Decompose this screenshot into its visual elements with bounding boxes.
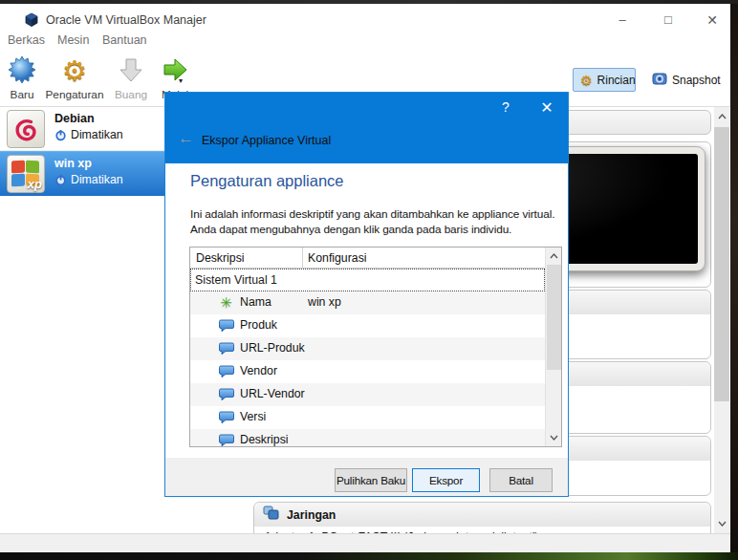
table-row[interactable]: Deskripsi bbox=[190, 429, 545, 447]
desktop-edge-right bbox=[730, 4, 738, 552]
column-header-deskripsi[interactable]: Deskripsi bbox=[196, 251, 245, 265]
maximize-icon[interactable]: □ bbox=[657, 12, 680, 27]
power-state-icon bbox=[54, 174, 67, 186]
dialog-close-icon[interactable]: ✕ bbox=[536, 98, 557, 117]
dialog-title: Ekspor Appliance Virtual bbox=[202, 134, 331, 147]
comment-bubble-icon bbox=[218, 340, 234, 356]
comment-bubble-icon bbox=[218, 363, 234, 379]
menu-bar: Berkas Mesin Bantuan bbox=[0, 29, 730, 53]
toolbar-discard-button: Buang bbox=[107, 55, 155, 101]
toolbar-discard-label: Buang bbox=[107, 88, 155, 101]
restore-defaults-button[interactable]: Pulihkan Baku bbox=[335, 468, 407, 492]
start-arrow-icon bbox=[153, 55, 197, 86]
dialog-footer: Pulihkan Baku Ekspor Batal bbox=[165, 458, 568, 496]
vm-status: Dimatikan bbox=[54, 128, 123, 141]
column-header-konfigurasi[interactable]: Konfigurasi bbox=[308, 251, 367, 265]
snapshot-label: Snapshot bbox=[672, 74, 721, 87]
table-row[interactable]: URL-Produk bbox=[190, 337, 545, 360]
network-panel-title[interactable]: Jaringan bbox=[287, 508, 336, 522]
scroll-up-icon[interactable] bbox=[714, 109, 729, 124]
table-scroll-up-icon[interactable] bbox=[546, 248, 562, 264]
minimize-icon[interactable]: – bbox=[611, 12, 634, 27]
network-icon bbox=[263, 506, 279, 524]
comment-bubble-icon bbox=[218, 432, 234, 447]
dialog-heading: Pengaturan appliance bbox=[190, 172, 344, 190]
menu-bantuan[interactable]: Bantuan bbox=[102, 33, 147, 47]
appliance-settings-table: Deskripsi Konfigurasi Sistem Virtual 1 ✳… bbox=[189, 247, 562, 447]
settings-gear-icon: ⚙ bbox=[44, 55, 105, 86]
table-header: Deskripsi Konfigurasi bbox=[190, 248, 545, 269]
table-row[interactable]: Produk bbox=[190, 314, 545, 337]
desktop-edge-bottom bbox=[0, 552, 738, 560]
vm-name: Debian bbox=[54, 112, 95, 125]
details-scrollbar[interactable] bbox=[714, 107, 729, 533]
start-dropdown-caret-icon[interactable]: ▾ bbox=[179, 76, 183, 85]
table-row[interactable]: URL-Vendor bbox=[190, 383, 545, 406]
details-label: Rincian bbox=[597, 74, 636, 87]
scroll-down-icon[interactable] bbox=[714, 516, 729, 531]
dialog-header: ← Ekspor Appliance Virtual ? ✕ bbox=[165, 93, 568, 163]
debian-logo-icon bbox=[7, 110, 45, 148]
snapshot-camera-icon bbox=[652, 73, 667, 88]
details-gear-icon: ⚙ bbox=[580, 73, 593, 88]
vm-status: Dimatikan bbox=[54, 173, 123, 186]
new-vm-starburst-icon bbox=[2, 55, 42, 86]
description-line-1: Ini adalah informasi deskriptif yang aka… bbox=[190, 206, 554, 222]
back-arrow-icon[interactable]: ← bbox=[178, 130, 194, 146]
export-button[interactable]: Ekspor bbox=[412, 468, 480, 492]
vm-name: win xp bbox=[54, 157, 92, 170]
menu-mesin[interactable]: Mesin bbox=[57, 33, 89, 47]
cancel-button[interactable]: Batal bbox=[489, 468, 553, 492]
toolbar-new-label: Baru bbox=[2, 88, 42, 101]
name-asterisk-icon: ✳ bbox=[218, 294, 234, 311]
table-scroll-down-icon[interactable] bbox=[546, 430, 562, 445]
table-scrollbar[interactable] bbox=[545, 248, 561, 446]
toolbar-settings-label: Pengaturan bbox=[44, 88, 105, 101]
close-icon[interactable]: ✕ bbox=[701, 12, 724, 28]
comment-bubble-icon bbox=[218, 317, 234, 334]
table-row[interactable]: Versi bbox=[190, 406, 545, 429]
window-title: Oracle VM VirtualBox Manajer bbox=[46, 13, 206, 27]
toolbar-new-button[interactable]: Baru bbox=[2, 55, 42, 101]
table-scrollbar-thumb[interactable] bbox=[547, 265, 561, 370]
help-icon[interactable]: ? bbox=[496, 99, 515, 115]
panel-network: Jaringan Adapter 1: PCnet-FAST III (Jari… bbox=[253, 502, 711, 535]
status-bar bbox=[0, 533, 730, 552]
discard-arrow-icon bbox=[107, 55, 155, 86]
virtualbox-manager-screen: Oracle VM VirtualBox Manajer – □ ✕ Berka… bbox=[0, 0, 738, 560]
details-view-button[interactable]: ⚙ Rincian bbox=[573, 68, 636, 92]
table-group-row[interactable]: Sistem Virtual 1 bbox=[190, 269, 545, 291]
power-state-icon bbox=[54, 129, 67, 141]
winxp-logo-icon: xp bbox=[7, 155, 45, 193]
table-row[interactable]: ✳ Nama win xp bbox=[190, 291, 545, 314]
export-appliance-dialog: ← Ekspor Appliance Virtual ? ✕ Pengatura… bbox=[164, 92, 569, 497]
column-separator[interactable] bbox=[302, 248, 303, 269]
scrollbar-thumb[interactable] bbox=[714, 127, 729, 401]
toolbar-settings-button[interactable]: ⚙ Pengaturan bbox=[44, 55, 105, 101]
menu-berkas[interactable]: Berkas bbox=[8, 33, 45, 47]
dialog-description: Ini adalah informasi deskriptif yang aka… bbox=[190, 206, 554, 237]
comment-bubble-icon bbox=[218, 409, 234, 425]
comment-bubble-icon bbox=[218, 386, 234, 402]
snapshot-view-button[interactable]: Snapshot bbox=[644, 68, 730, 92]
table-row[interactable]: Vendor bbox=[190, 360, 545, 383]
description-line-2: Anda dapat mengubahnya dengan klik ganda… bbox=[190, 222, 554, 237]
title-bar: Oracle VM VirtualBox Manajer – □ ✕ bbox=[0, 4, 730, 29]
